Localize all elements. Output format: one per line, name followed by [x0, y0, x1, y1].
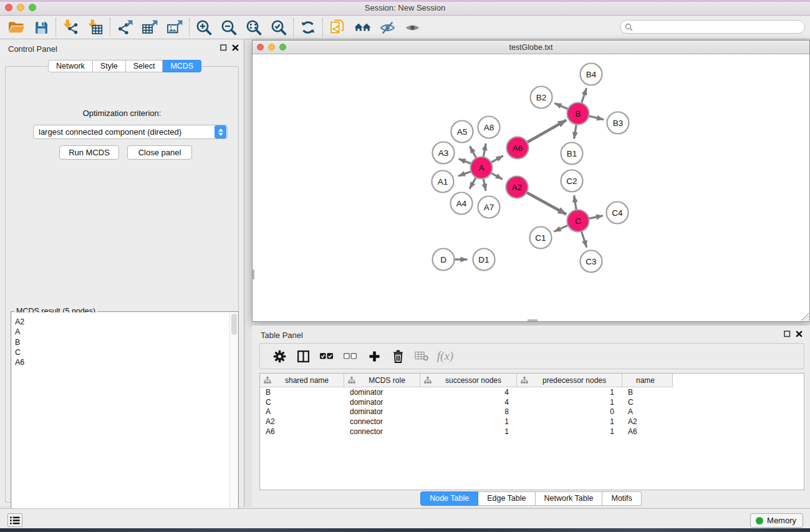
table-row[interactable]: A6connector11A6: [260, 427, 804, 437]
search-field[interactable]: [620, 20, 805, 34]
export-table-button[interactable]: [137, 17, 162, 37]
node-C3[interactable]: C3: [581, 251, 602, 273]
node-B2[interactable]: B2: [531, 87, 552, 109]
cell-MCDS-role[interactable]: connector: [344, 417, 420, 426]
dropdown-stepper-icon[interactable]: [215, 125, 226, 138]
cell-successor-nodes[interactable]: 1: [420, 427, 517, 436]
close-panel-icon[interactable]: [796, 331, 803, 337]
mcds-result-item[interactable]: A: [15, 327, 229, 337]
zoom-selected-button[interactable]: [266, 17, 291, 37]
node-B3[interactable]: B3: [607, 112, 629, 134]
cell-predecessor-nodes[interactable]: 1: [517, 427, 622, 436]
result-scrollbar-thumb[interactable]: [231, 314, 237, 335]
table-row[interactable]: Adominator80A: [260, 407, 804, 417]
edge-A2-C[interactable]: [526, 191, 567, 214]
close-panel-icon[interactable]: [232, 44, 239, 51]
node-D[interactable]: D: [433, 249, 455, 271]
edge-A-A5[interactable]: [470, 146, 476, 159]
edge-B-B1[interactable]: [574, 123, 577, 138]
edge-A-A3[interactable]: [459, 159, 473, 165]
cell-shared-name[interactable]: A: [260, 407, 344, 416]
column-header-shared-name[interactable]: shared name: [260, 374, 344, 387]
network-horizontal-scroll-indicator[interactable]: [528, 319, 538, 321]
node-B4[interactable]: B4: [581, 64, 602, 85]
save-session-button[interactable]: [29, 17, 54, 37]
node-A3[interactable]: A3: [433, 142, 455, 164]
run-mcds-button[interactable]: Run MCDS: [59, 145, 119, 160]
node-A8[interactable]: A8: [478, 117, 500, 138]
edge-C-C4[interactable]: [587, 216, 603, 219]
cell-MCDS-role[interactable]: dominator: [344, 407, 420, 416]
cell-predecessor-nodes[interactable]: 1: [517, 398, 622, 407]
search-input[interactable]: [633, 21, 804, 32]
open-file-button[interactable]: [4, 17, 29, 37]
cell-name[interactable]: A2: [622, 417, 673, 426]
network-from-selection-button[interactable]: [325, 17, 350, 37]
table-row[interactable]: A2connector11A2: [260, 417, 804, 427]
edge-A-A6[interactable]: [490, 156, 503, 163]
edge-A-A2[interactable]: [490, 172, 503, 179]
cell-shared-name[interactable]: A6: [260, 427, 344, 436]
edge-A6-B[interactable]: [526, 120, 566, 143]
tab-network-table[interactable]: Network Table: [536, 491, 603, 506]
deselect-all-button[interactable]: [339, 346, 362, 367]
cell-MCDS-role[interactable]: dominator: [344, 388, 420, 397]
node-A6[interactable]: A6: [507, 137, 529, 159]
window-resize-grip[interactable]: [801, 313, 809, 321]
mcds-result-item[interactable]: C: [15, 347, 229, 357]
node-B[interactable]: B: [567, 103, 589, 125]
cell-predecessor-nodes[interactable]: 0: [517, 407, 622, 416]
column-header-successor-nodes[interactable]: successor nodes: [420, 374, 517, 387]
edge-B-B2[interactable]: [555, 103, 569, 109]
add-row-button[interactable]: [362, 346, 386, 367]
edge-A-A7[interactable]: [483, 177, 486, 191]
node-D1[interactable]: D1: [473, 249, 495, 271]
node-A[interactable]: A: [471, 157, 493, 179]
cell-predecessor-nodes[interactable]: 1: [517, 417, 622, 426]
tab-style[interactable]: Style: [93, 60, 126, 72]
cell-name[interactable]: B: [622, 388, 673, 397]
columns-button[interactable]: [291, 346, 315, 367]
tab-edge-table[interactable]: Edge Table: [478, 491, 535, 506]
node-A1[interactable]: A1: [432, 171, 454, 193]
memory-button[interactable]: Memory: [750, 513, 803, 528]
edge-A-A4[interactable]: [470, 177, 476, 189]
cell-name[interactable]: C: [622, 398, 673, 407]
tab-network[interactable]: Network: [48, 60, 93, 72]
mcds-result-item[interactable]: B: [15, 337, 229, 347]
node-A4[interactable]: A4: [451, 193, 473, 215]
table-row[interactable]: Cdominator41C: [260, 397, 804, 407]
show-all-networks-button[interactable]: [350, 17, 375, 37]
node-B1[interactable]: B1: [561, 143, 583, 165]
tab-node-table[interactable]: Node Table: [420, 491, 478, 506]
cell-successor-nodes[interactable]: 1: [420, 417, 517, 426]
edge-A-A8[interactable]: [483, 143, 486, 158]
network-canvas[interactable]: B4B2BB3A8A5A6A3B1AC2A1A2A4A7C4CC1DD1C3: [253, 54, 809, 321]
float-panel-icon[interactable]: [784, 331, 791, 337]
table-row[interactable]: Bdominator41B: [260, 387, 804, 397]
node-C2[interactable]: C2: [561, 170, 583, 192]
column-header-MCDS-role[interactable]: MCDS role: [344, 374, 420, 387]
column-header-predecessor-nodes[interactable]: predecessor nodes: [517, 374, 622, 387]
mcds-result-item[interactable]: A6: [15, 357, 229, 367]
network-graph[interactable]: B4B2BB3A8A5A6A3B1AC2A1A2A4A7C4CC1DD1C3: [253, 54, 809, 321]
mcds-result-item[interactable]: A2: [15, 317, 229, 327]
tab-mcds[interactable]: MCDS: [163, 60, 201, 72]
edge-C-C1[interactable]: [554, 225, 569, 231]
edge-B-B3[interactable]: [587, 116, 604, 120]
node-C1[interactable]: C1: [530, 227, 552, 249]
edge-A-A1[interactable]: [458, 171, 472, 176]
gear-button[interactable]: [268, 346, 291, 367]
refresh-button[interactable]: [296, 17, 321, 37]
cell-name[interactable]: A6: [622, 427, 673, 436]
node-C[interactable]: C: [567, 210, 589, 232]
result-scrollbar[interactable]: [229, 312, 238, 525]
cell-shared-name[interactable]: B: [260, 388, 344, 397]
hide-selected-button[interactable]: [375, 17, 400, 37]
edge-C-C3[interactable]: [581, 230, 587, 248]
cell-MCDS-role[interactable]: dominator: [344, 398, 420, 407]
cell-shared-name[interactable]: A2: [260, 417, 344, 426]
cell-MCDS-role[interactable]: connector: [344, 427, 420, 436]
zoom-in-button[interactable]: [191, 17, 216, 37]
edge-C-C2[interactable]: [574, 195, 577, 211]
